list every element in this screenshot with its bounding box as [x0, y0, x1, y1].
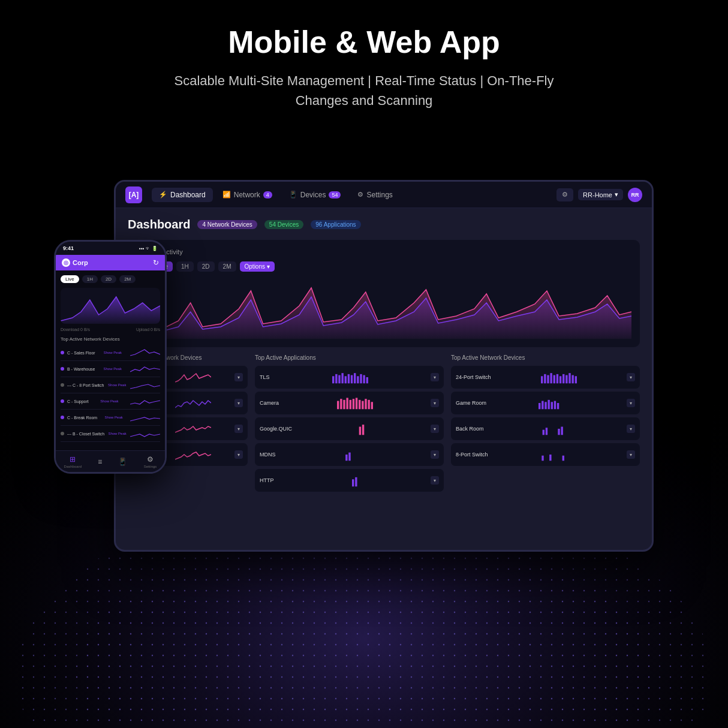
svg-rect-15 — [366, 377, 368, 383]
expand-icon[interactable]: ▾ — [234, 425, 243, 433]
phone-tab-1h[interactable]: 1H — [82, 275, 98, 283]
svg-rect-56 — [561, 427, 562, 435]
expand-icon[interactable]: ▾ — [627, 425, 635, 433]
tablet-content: Dashboard 4 Network Devices 54 Devices 9… — [116, 208, 652, 550]
expand-icon[interactable]: ▾ — [234, 399, 243, 407]
svg-rect-41 — [562, 374, 564, 383]
svg-rect-30 — [345, 455, 347, 461]
svg-rect-33 — [355, 477, 357, 486]
table-row: Game Room ▾ — [451, 392, 640, 414]
phone-nav-list[interactable]: ≡ — [98, 458, 102, 466]
svg-rect-35 — [544, 374, 546, 383]
status-dot — [61, 367, 64, 371]
phone-dl-ul: Download 0 B/s Upload 0 B/s — [61, 327, 160, 332]
top-apps-title: Top Active Applications — [255, 354, 444, 361]
subtitle: Scalable Multi-Site Management | Real-Ti… — [154, 71, 574, 110]
tab-network[interactable]: 📶 Network 4 — [215, 188, 279, 202]
list-item: B - Warehouse Show Peak — [61, 361, 160, 377]
svg-rect-32 — [352, 479, 354, 486]
network-activity-section: Network Activity Real Time 1H 2D 2M Opti… — [128, 240, 640, 347]
chart-title: Network Activity — [136, 248, 631, 255]
settings-icon: ⚙ — [147, 455, 154, 464]
table-row: Google.QUIC ▾ — [255, 417, 444, 440]
svg-rect-9 — [347, 374, 349, 383]
devices-count-badge: 54 Devices — [264, 220, 303, 229]
phone-nav-devices[interactable]: 📱 — [118, 458, 127, 466]
1h-btn[interactable]: 1H — [176, 261, 194, 272]
svg-rect-49 — [547, 400, 549, 409]
svg-rect-17 — [340, 399, 342, 409]
network-badge: 4 — [263, 191, 272, 198]
svg-rect-29 — [362, 425, 363, 435]
svg-rect-6 — [338, 375, 340, 384]
gear-button[interactable]: ⚙ — [556, 188, 573, 201]
svg-rect-46 — [539, 403, 540, 409]
svg-rect-16 — [337, 401, 339, 410]
list-item: C - Break Room Show Peak — [61, 410, 160, 426]
phone-navbar: ◎ Corp ↻ — [56, 255, 165, 270]
header: Mobile & Web App Scalable Multi-Site Man… — [0, 0, 728, 110]
phone-time: 9:41 — [63, 245, 74, 251]
svg-rect-8 — [344, 376, 346, 383]
expand-icon[interactable]: ▾ — [234, 373, 243, 381]
site-selector[interactable]: RR-Home ▾ — [578, 189, 623, 200]
expand-icon[interactable]: ▾ — [431, 476, 439, 485]
svg-rect-27 — [371, 402, 372, 409]
expand-icon[interactable]: ▾ — [431, 399, 439, 407]
devices-icon: 📱 — [118, 458, 127, 466]
expand-icon[interactable]: ▾ — [627, 399, 635, 407]
table-row: TLS ▾ — [255, 366, 444, 389]
phone-nav-settings[interactable]: ⚙ Settings — [144, 455, 157, 468]
svg-rect-34 — [541, 376, 543, 383]
nav-tabs: ⚡ Dashboard 📶 Network 4 📱 Devices 54 ⚙ S… — [152, 188, 400, 202]
status-dot — [61, 432, 64, 435]
svg-rect-10 — [351, 375, 353, 384]
dashboard-icon: ⚡ — [159, 191, 167, 198]
tablet-navbar: [A] ⚡ Dashboard 📶 Network 4 📱 Devices 54 — [116, 182, 652, 208]
avatar: RR — [628, 188, 642, 202]
svg-rect-40 — [559, 376, 561, 383]
expand-icon[interactable]: ▾ — [627, 373, 635, 381]
svg-rect-14 — [363, 375, 365, 384]
svg-rect-23 — [359, 400, 360, 409]
corp-logo: ◎ — [62, 258, 70, 267]
svg-rect-5 — [335, 374, 337, 383]
tab-settings[interactable]: ⚙ Settings — [350, 188, 399, 202]
svg-rect-53 — [542, 430, 544, 435]
top-devices-title: Top Active Network Devices — [451, 354, 640, 361]
status-dot — [61, 351, 64, 354]
svg-rect-12 — [357, 376, 359, 383]
2d-btn[interactable]: 2D — [197, 261, 215, 272]
svg-rect-45 — [574, 376, 576, 383]
svg-rect-54 — [545, 428, 547, 435]
phone-mockup: 9:41 ▪▪▪ ᯤ 🔋 ◎ Corp ↻ Live 1H 2D 2M — [54, 240, 167, 474]
nav-right: ⚙ RR-Home ▾ RR — [556, 188, 642, 202]
svg-rect-24 — [362, 401, 363, 410]
network-devices-badge: 4 Network Devices — [197, 220, 257, 229]
phone-section-title: Top Active Network Devices — [61, 336, 160, 342]
expand-icon[interactable]: ▾ — [431, 425, 439, 433]
applications-badge: 96 Applications — [311, 220, 360, 229]
phone-nav-dashboard[interactable]: ⊞ Dashboard — [64, 455, 82, 468]
expand-icon[interactable]: ▾ — [431, 373, 439, 381]
svg-rect-48 — [545, 402, 546, 409]
expand-icon[interactable]: ▾ — [234, 450, 243, 459]
svg-rect-59 — [562, 456, 564, 461]
tab-dashboard[interactable]: ⚡ Dashboard — [152, 188, 213, 202]
expand-icon[interactable]: ▾ — [627, 450, 635, 459]
phone-tab-2d[interactable]: 2D — [101, 275, 116, 283]
svg-rect-52 — [557, 403, 559, 409]
2m-btn[interactable]: 2M — [218, 261, 236, 272]
expand-icon[interactable]: ▾ — [431, 450, 439, 459]
tab-devices[interactable]: 📱 Devices 54 — [282, 188, 348, 202]
phone-refresh-icon[interactable]: ↻ — [153, 258, 159, 267]
phone-tab-live[interactable]: Live — [61, 275, 79, 283]
phone-tab-2m[interactable]: 2M — [119, 275, 136, 283]
phone-signal: ▪▪▪ ᯤ 🔋 — [139, 246, 158, 251]
list-item: --- C - 8 Port Switch Show Peak — [61, 377, 160, 393]
svg-rect-21 — [352, 399, 354, 409]
svg-rect-28 — [359, 427, 360, 435]
status-dot — [61, 383, 64, 387]
list-item: C - Sales Floor Show Peak — [61, 345, 160, 361]
options-btn[interactable]: Options ▾ — [240, 261, 275, 272]
